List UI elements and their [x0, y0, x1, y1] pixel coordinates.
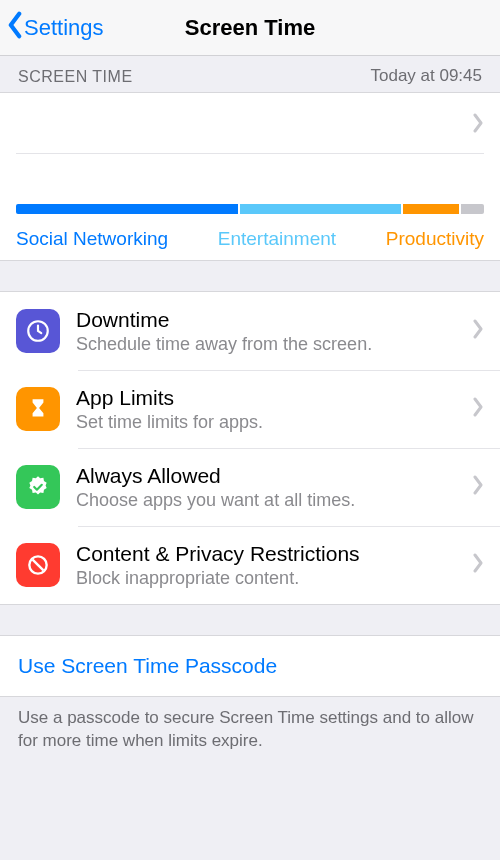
use-passcode-label: Use Screen Time Passcode: [18, 654, 277, 677]
use-passcode-button[interactable]: Use Screen Time Passcode: [0, 635, 500, 697]
row-subtitle: Block inappropriate content.: [76, 568, 464, 589]
passcode-footer: Use a passcode to secure Screen Time set…: [0, 697, 500, 753]
row-title: Always Allowed: [76, 464, 464, 488]
hourglass-icon: [16, 387, 60, 431]
legend-productivity: Productivity: [386, 228, 484, 250]
checkmark-seal-icon: [16, 465, 60, 509]
usage-block: Social Networking Entertainment Producti…: [0, 92, 500, 261]
bar-segment-social: [16, 204, 238, 214]
svg-line-2: [33, 560, 44, 571]
back-button[interactable]: Settings: [0, 11, 104, 45]
row-title: Downtime: [76, 308, 464, 332]
row-texts: App Limits Set time limits for apps.: [76, 386, 464, 433]
chevron-right-icon: [472, 319, 484, 343]
usage-chart: Social Networking Entertainment Producti…: [0, 154, 500, 260]
spacer: [0, 261, 500, 291]
chevron-right-icon: [472, 475, 484, 499]
nav-bar: Settings Screen Time: [0, 0, 500, 56]
row-content-privacy[interactable]: Content & Privacy Restrictions Block ina…: [0, 526, 500, 604]
usage-section-header: SCREEN TIME Today at 09:45: [0, 56, 500, 92]
usage-detail-row[interactable]: [0, 93, 500, 153]
no-entry-icon: [16, 543, 60, 587]
usage-legend: Social Networking Entertainment Producti…: [16, 228, 484, 250]
back-label: Settings: [24, 15, 104, 41]
row-subtitle: Set time limits for apps.: [76, 412, 464, 433]
bar-segment-productivity: [403, 204, 458, 214]
row-downtime[interactable]: Downtime Schedule time away from the scr…: [0, 292, 500, 370]
row-subtitle: Choose apps you want at all times.: [76, 490, 464, 511]
chevron-right-icon: [472, 113, 484, 133]
usage-timestamp: Today at 09:45: [370, 66, 482, 86]
legend-entertainment: Entertainment: [218, 228, 336, 250]
row-app-limits[interactable]: App Limits Set time limits for apps.: [0, 370, 500, 448]
row-always-allowed[interactable]: Always Allowed Choose apps you want at a…: [0, 448, 500, 526]
row-title: App Limits: [76, 386, 464, 410]
usage-bar: [16, 204, 484, 214]
row-texts: Always Allowed Choose apps you want at a…: [76, 464, 464, 511]
chevron-right-icon: [472, 553, 484, 577]
legend-social: Social Networking: [16, 228, 168, 250]
chevron-right-icon: [472, 397, 484, 421]
spacer: [0, 605, 500, 635]
moon-clock-icon: [16, 309, 60, 353]
row-title: Content & Privacy Restrictions: [76, 542, 464, 566]
bar-segment-entertainment: [240, 204, 402, 214]
row-subtitle: Schedule time away from the screen.: [76, 334, 464, 355]
usage-section-label: SCREEN TIME: [18, 68, 133, 86]
options-group: Downtime Schedule time away from the scr…: [0, 291, 500, 605]
row-texts: Content & Privacy Restrictions Block ina…: [76, 542, 464, 589]
bar-segment-other: [461, 204, 484, 214]
row-texts: Downtime Schedule time away from the scr…: [76, 308, 464, 355]
chevron-left-icon: [6, 11, 24, 45]
